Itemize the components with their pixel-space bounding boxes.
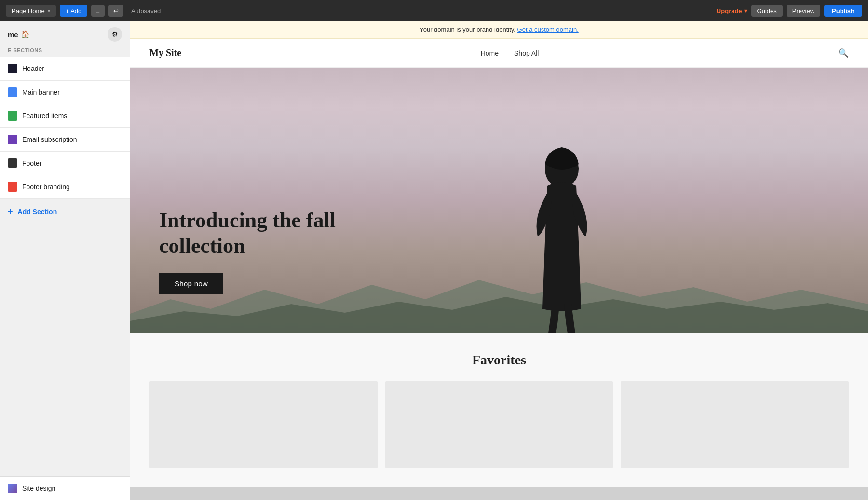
chevron-down-icon: ▾ [48, 8, 50, 14]
main-banner-section-icon [8, 87, 17, 97]
sidebar-home: me 🏠 [8, 30, 29, 39]
footer-section-icon [8, 158, 17, 168]
shop-now-button[interactable]: Shop now [159, 273, 223, 294]
footer-section-label: Footer [22, 159, 41, 167]
publish-button[interactable]: Publish [824, 5, 862, 17]
add-section-button[interactable]: + Add Section [0, 199, 130, 224]
sidebar-header: me 🏠 ⚙ [0, 21, 130, 45]
preview-area: Your domain is your brand identity. Get … [130, 21, 868, 500]
preview-button[interactable]: Preview [787, 5, 820, 17]
hero-banner: Introducing the fall collection Shop now [130, 68, 868, 333]
domain-banner: Your domain is your brand identity. Get … [130, 21, 868, 39]
sidebar-item-header[interactable]: Header [0, 57, 130, 81]
gear-icon: ⚙ [112, 30, 118, 38]
domain-banner-text: Your domain is your brand identity. [420, 26, 515, 33]
home-label: me [8, 30, 18, 39]
product-card-3 [621, 381, 849, 468]
hero-title: Introducing the fall collection [159, 208, 352, 259]
toolbar-left: Page Home ▾ + Add ≡ ↩ Autosaved [6, 5, 713, 17]
site-design-label: Site design [22, 485, 55, 492]
sidebar: me 🏠 ⚙ E SECTIONS Header Main banner Fea… [0, 21, 130, 500]
hero-content: Introducing the fall collection Shop now [159, 208, 352, 294]
header-section-label: Header [22, 65, 44, 72]
product-card-2 [385, 381, 613, 468]
site-frame: My Site Home Shop All 🔍 [130, 39, 868, 487]
featured-items-section-label: Featured items [22, 112, 67, 120]
footer-branding-section-label: Footer branding [22, 183, 70, 191]
main-layout: me 🏠 ⚙ E SECTIONS Header Main banner Fea… [0, 21, 868, 500]
sidebar-item-email-subscription[interactable]: Email subscription [0, 128, 130, 152]
gear-button[interactable]: ⚙ [108, 27, 122, 42]
site-design-icon [8, 484, 17, 493]
nav-link-home[interactable]: Home [481, 49, 499, 57]
header-section-icon [8, 64, 17, 73]
sidebar-item-footer[interactable]: Footer [0, 152, 130, 175]
email-subscription-section-icon [8, 135, 17, 144]
upgrade-button[interactable]: Upgrade ▾ [717, 7, 747, 14]
shop-now-label: Shop now [175, 279, 208, 288]
sidebar-item-main-banner[interactable]: Main banner [0, 81, 130, 104]
nav-link-shop-all[interactable]: Shop All [514, 49, 539, 57]
email-subscription-section-label: Email subscription [22, 136, 77, 143]
undo-button[interactable]: ↩ [108, 5, 123, 17]
add-label: + Add [66, 7, 82, 14]
autosaved-status: Autosaved [131, 7, 161, 14]
site-nav: My Site Home Shop All 🔍 [130, 39, 868, 68]
toolbar: Page Home ▾ + Add ≡ ↩ Autosaved Upgrade … [0, 0, 868, 21]
site-logo: My Site [149, 47, 181, 58]
custom-domain-link[interactable]: Get a custom domain. [517, 26, 579, 33]
page-home-label: Page Home [12, 7, 45, 14]
site-design-item[interactable]: Site design [0, 476, 130, 500]
toolbar-right: Upgrade ▾ Guides Preview Publish [717, 5, 862, 17]
add-button[interactable]: + Add [60, 5, 88, 17]
sections-label: E SECTIONS [0, 45, 130, 57]
add-section-label: Add Section [18, 208, 57, 216]
footer-branding-section-icon [8, 182, 17, 192]
upgrade-label: Upgrade [717, 7, 742, 14]
search-icon[interactable]: 🔍 [838, 48, 849, 58]
page-home-button[interactable]: Page Home ▾ [6, 5, 56, 17]
guides-button[interactable]: Guides [751, 5, 783, 17]
plus-icon: + [8, 207, 13, 217]
site-nav-links: Home Shop All [481, 49, 539, 57]
sidebar-item-footer-branding[interactable]: Footer branding [0, 175, 130, 199]
featured-items-section-icon [8, 111, 17, 121]
product-card-1 [149, 381, 378, 468]
product-grid [149, 381, 849, 468]
favorites-section: Favorites [130, 333, 868, 487]
home-icon: 🏠 [21, 30, 29, 38]
sidebar-item-featured-items[interactable]: Featured items [0, 104, 130, 128]
main-banner-section-label: Main banner [22, 88, 60, 96]
figure-silhouette [514, 140, 610, 333]
favorites-title: Favorites [149, 352, 849, 368]
chevron-down-icon: ▾ [744, 7, 747, 14]
layout-icon-button[interactable]: ≡ [91, 5, 105, 17]
